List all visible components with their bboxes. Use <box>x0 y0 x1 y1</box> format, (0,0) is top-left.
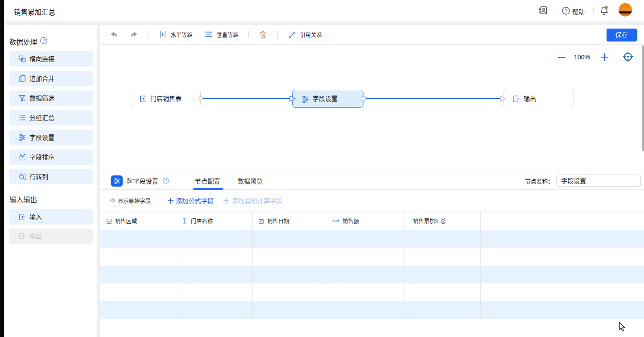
svg-text:?: ? <box>165 179 167 183</box>
svg-text:?: ? <box>42 38 45 43</box>
svg-text:?: ? <box>565 8 567 13</box>
